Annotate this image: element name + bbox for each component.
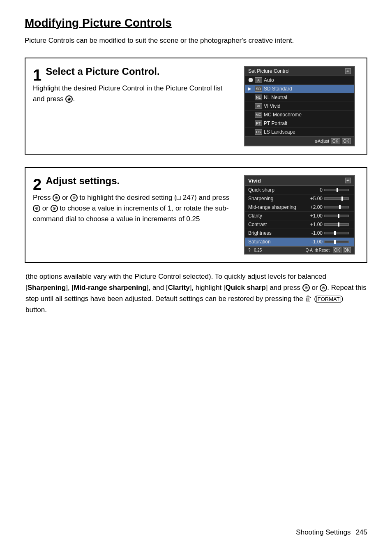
contrast-label: Contrast	[248, 222, 306, 227]
sat-thumb	[334, 240, 336, 244]
pc-row-mc: MC MC Monochrome	[245, 111, 354, 119]
pc-row-ls: LS LS Landscape	[245, 128, 354, 137]
mid-slider	[324, 206, 351, 208]
bright-label: Brightness	[248, 230, 306, 236]
step2-section: 2 Adjust settings. Press ⊕ or ⊗ to highl…	[25, 167, 367, 263]
pc-row-vi: VI VI Vivid	[245, 102, 354, 111]
clarity-value: +1.00	[306, 213, 324, 219]
pt-icon: PT	[255, 120, 262, 126]
mc-icon: MC	[255, 112, 262, 118]
vivid-row-contrast: Contrast +1.00	[245, 220, 354, 229]
nl-icon: NL	[255, 95, 262, 100]
step1-left: 1 Select a Picture Control. Highlight th…	[33, 66, 244, 105]
step1-section: 1 Select a Picture Control. Highlight th…	[25, 58, 367, 155]
pc-ui-header: Set Picture Control ↩	[245, 67, 354, 76]
vivid-footer-right: Q·A 🗑Reset OK OK	[306, 248, 351, 252]
clarity-bold: Clarity	[168, 284, 190, 292]
clarity-track	[324, 215, 349, 217]
step2-icon3: ⊕	[33, 205, 40, 212]
step2-icon2: ⊗	[70, 194, 78, 201]
pc-footer-ok2: OK	[342, 138, 351, 144]
sd-label: SD Standard	[264, 86, 351, 92]
mid-value: +2.00	[306, 204, 324, 210]
mid-label: Mid-range sharpening	[248, 204, 306, 210]
contrast-thumb	[338, 222, 339, 227]
pc-row-sd: ▶ SD SD Standard	[245, 85, 354, 93]
step1-number: 1	[33, 67, 42, 83]
qs-label: Quick sharp	[248, 187, 306, 193]
pc-ui-back-icon: ↩	[345, 68, 351, 74]
step2-body: Press ⊕ or ⊗ to highlight the desired se…	[33, 192, 236, 225]
clarity-slider	[324, 215, 351, 217]
cont-icon2: ⊗	[320, 284, 327, 292]
bright-track	[324, 232, 349, 234]
qs-slider	[324, 189, 351, 191]
vivid-footer: ? 0.25 Q·A 🗑Reset OK OK	[245, 246, 354, 254]
step2-header: 2 Adjust settings.	[33, 175, 236, 187]
nl-label: NL Neutral	[264, 95, 351, 100]
vivid-row-clarity: Clarity +1.00	[245, 212, 354, 220]
vi-icon: VI	[255, 103, 262, 109]
sharp-label: Sharpening	[248, 196, 306, 201]
sat-slider	[324, 241, 351, 243]
row-bullet: ⚪	[248, 78, 253, 82]
bright-thumb	[334, 231, 336, 235]
qs-track	[324, 189, 349, 191]
clarity-thumb	[338, 214, 339, 218]
vivid-row-mid: Mid-range sharpening +2.00	[245, 203, 354, 212]
contrast-slider	[324, 223, 351, 226]
vivid-row-sat: Saturation -1.00	[245, 238, 354, 246]
bright-slider	[324, 232, 351, 234]
qs-value: 0	[306, 187, 324, 193]
step2-to-text: to	[60, 204, 65, 212]
clarity-label: Clarity	[248, 213, 306, 219]
step1-body-before: Highlight the desired Picture Control in…	[33, 84, 222, 103]
step1-body-after: .	[73, 95, 75, 103]
picture-control-ui: Set Picture Control ↩ ⚪ A Auto ▶ SD SD S…	[244, 66, 355, 146]
intro-text: Picture Controls can be modified to suit…	[25, 35, 367, 46]
contrast-track	[324, 223, 349, 226]
sd-icon: SD	[255, 86, 262, 92]
sat-value: -1.00	[306, 239, 324, 245]
continuation-text: (the options available vary with the Pic…	[25, 271, 367, 316]
step1-right: Set Picture Control ↩ ⚪ A Auto ▶ SD SD S…	[244, 66, 359, 146]
pc-footer-ok: OK	[331, 138, 340, 144]
ls-icon: LS	[255, 129, 262, 135]
vivid-row-sharp: Sharpening +5.00	[245, 194, 354, 203]
vivid-back-icon: ↩	[345, 178, 351, 183]
mc-label: MC Monochrome	[264, 112, 351, 118]
sat-label: Saturation	[248, 239, 306, 245]
pc-row-pt: PT PT Portrait	[245, 119, 354, 128]
ls-label: LS Landscape	[264, 129, 351, 135]
pt-label: PT Portrait	[264, 120, 351, 126]
sharp-slider	[324, 197, 351, 200]
qs-thumb	[337, 188, 338, 192]
pc-footer-adjust: ⊕Adjust	[314, 139, 329, 143]
row-arrow: ▶	[248, 86, 253, 91]
sharp-thumb	[341, 197, 343, 201]
mid-thumb	[339, 205, 341, 209]
main-title: Modifying Picture Controls	[25, 16, 367, 30]
sharp-value: +5.00	[306, 196, 324, 201]
vivid-header: Vivid ↩	[245, 176, 354, 186]
vi-label: VI Vivid	[264, 103, 351, 109]
step2-heading: Adjust settings.	[46, 175, 236, 187]
step1-body: Highlight the desired Picture Control in…	[33, 83, 236, 105]
vivid-row-qs: Quick sharp 0	[245, 186, 354, 194]
auto-icon: A	[255, 77, 262, 83]
footer-section: Shooting Settings	[296, 528, 350, 537]
sharpening-bold: Sharpening	[28, 284, 66, 292]
vivid-title: Vivid	[248, 178, 261, 184]
cont-icon1: ⊕	[302, 284, 310, 292]
step1-header: 1 Select a Picture Control.	[33, 66, 236, 77]
vivid-ui: Vivid ↩ Quick sharp 0 Sharpening	[244, 175, 355, 255]
pc-ui-footer: ⊕Adjust OK OK	[245, 137, 354, 146]
step2-right: Vivid ↩ Quick sharp 0 Sharpening	[244, 175, 359, 255]
bright-value: -1.00	[306, 230, 324, 236]
page-content: Modifying Picture Controls Picture Contr…	[0, 0, 392, 340]
mid-track	[324, 206, 349, 208]
vivid-footer-left: ? 0.25	[248, 248, 262, 252]
step1-icon: ◉	[65, 95, 73, 103]
step2-icon1: ⊕	[53, 194, 60, 201]
step2-left: 2 Adjust settings. Press ⊕ or ⊗ to highl…	[33, 175, 244, 225]
